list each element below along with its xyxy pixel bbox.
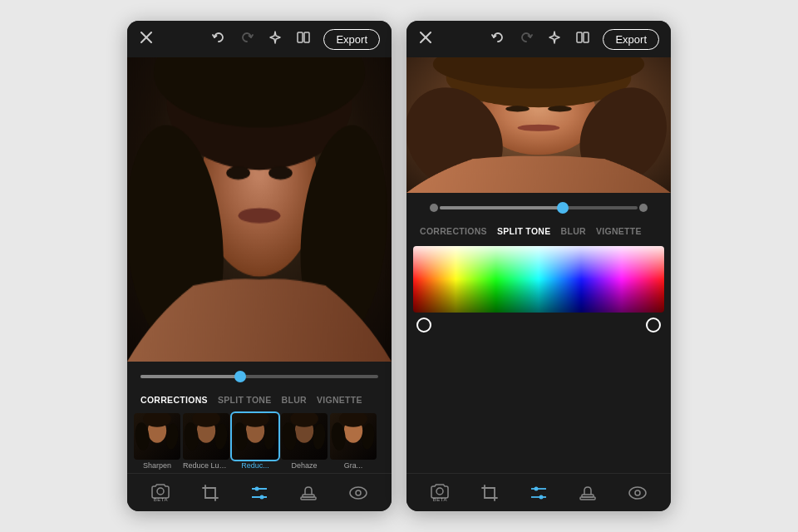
close-button-left[interactable] bbox=[139, 30, 154, 48]
svg-point-19 bbox=[534, 486, 538, 490]
color-picker-controls bbox=[413, 318, 664, 332]
thumb-dehaze[interactable]: Dehaze bbox=[281, 413, 328, 470]
bottom-bar-right: BETA bbox=[406, 473, 671, 511]
slider-container-right bbox=[420, 201, 658, 214]
right-panel: Export CORRECTIONS SPLIT TONE BLUR VIGNE… bbox=[406, 21, 671, 511]
svg-point-8 bbox=[259, 495, 264, 499]
sliders-icon-left[interactable] bbox=[251, 485, 268, 500]
beta-label-left: BETA bbox=[154, 497, 168, 502]
svg-point-11 bbox=[350, 487, 367, 499]
slider-track-right[interactable] bbox=[440, 206, 638, 209]
image-area-right bbox=[406, 57, 671, 193]
left-panel: Export CORRECTIONS SPLIT TONE BLUR VIGNE… bbox=[127, 21, 392, 511]
thumb-sharpen[interactable]: Sharpen bbox=[134, 413, 180, 470]
camera-icon-left[interactable]: BETA bbox=[151, 484, 170, 502]
export-button-left[interactable]: Export bbox=[323, 29, 380, 50]
color-picker-area bbox=[406, 241, 671, 337]
slider-track-left[interactable] bbox=[140, 375, 378, 378]
svg-point-4 bbox=[157, 488, 164, 495]
svg-rect-10 bbox=[301, 497, 316, 500]
tabs-left: CORRECTIONS SPLIT TONE BLUR VIGNETTE bbox=[127, 388, 392, 410]
top-bar-icons-right: Export bbox=[490, 29, 659, 50]
svg-rect-23 bbox=[580, 497, 595, 500]
bottom-bar-left: BETA bbox=[127, 473, 392, 511]
thumbnail-strip-left: Sharpen Reduce Lumi..se Reduc... Dehaze … bbox=[127, 410, 392, 473]
thumb-reduce-lum[interactable]: Reduce Lumi..se bbox=[183, 413, 229, 470]
tab-split-tone-right[interactable]: SPLIT TONE bbox=[492, 224, 556, 238]
spacer-right bbox=[406, 337, 671, 473]
slider-thumb-left[interactable] bbox=[234, 371, 246, 382]
export-button-right[interactable]: Export bbox=[603, 29, 659, 50]
thumb-grain[interactable]: Gra... bbox=[330, 413, 377, 470]
svg-rect-15 bbox=[577, 32, 582, 42]
top-bar-right: Export bbox=[406, 21, 671, 57]
slider-area-left bbox=[127, 362, 392, 388]
svg-point-21 bbox=[539, 495, 543, 499]
stamp-icon-left[interactable] bbox=[300, 485, 317, 501]
color-gradient[interactable] bbox=[413, 246, 664, 313]
tab-vignette-right[interactable]: VIGNETTE bbox=[591, 224, 647, 238]
svg-point-6 bbox=[254, 486, 259, 490]
slider-area-right bbox=[406, 193, 671, 219]
color-circle-right[interactable] bbox=[646, 318, 661, 332]
close-button-right[interactable] bbox=[418, 30, 433, 48]
svg-rect-16 bbox=[584, 32, 589, 42]
undo-button-left[interactable] bbox=[210, 30, 227, 48]
tab-vignette-left[interactable]: VIGNETTE bbox=[312, 393, 367, 406]
eye-icon-left[interactable] bbox=[349, 486, 367, 500]
magic-button-left[interactable] bbox=[267, 29, 283, 49]
thumb-reduce[interactable]: Reduc... bbox=[232, 413, 278, 470]
svg-point-17 bbox=[436, 488, 443, 495]
color-circle-left[interactable] bbox=[416, 318, 431, 332]
svg-point-24 bbox=[629, 487, 646, 499]
undo-button-right[interactable] bbox=[490, 30, 506, 48]
crop-icon-left[interactable] bbox=[202, 485, 219, 501]
eye-icon-right[interactable] bbox=[628, 486, 647, 500]
top-bar-left: Export bbox=[127, 21, 392, 57]
camera-icon-right[interactable]: BETA bbox=[431, 484, 449, 502]
tab-split-tone-left[interactable]: SPLIT TONE bbox=[213, 393, 277, 406]
compare-button-left[interactable] bbox=[295, 29, 312, 49]
portrait-canvas-right bbox=[406, 57, 671, 193]
svg-point-12 bbox=[356, 490, 361, 495]
redo-button-left[interactable] bbox=[239, 30, 255, 48]
tab-blur-left[interactable]: BLUR bbox=[277, 393, 312, 406]
sliders-icon-right[interactable] bbox=[530, 485, 547, 500]
svg-rect-2 bbox=[298, 32, 303, 42]
magic-button-right[interactable] bbox=[546, 29, 563, 49]
stamp-icon-right[interactable] bbox=[579, 485, 596, 501]
svg-point-25 bbox=[635, 490, 640, 495]
tab-corrections-left[interactable]: CORRECTIONS bbox=[135, 393, 213, 406]
top-bar-icons-left: Export bbox=[210, 29, 380, 50]
tab-corrections-right[interactable]: CORRECTIONS bbox=[415, 224, 492, 238]
slider-dot-right bbox=[639, 204, 648, 212]
redo-button-right[interactable] bbox=[518, 30, 534, 48]
tabs-right: CORRECTIONS SPLIT TONE BLUR VIGNETTE bbox=[406, 219, 671, 241]
crop-icon-right[interactable] bbox=[481, 485, 498, 501]
compare-button-right[interactable] bbox=[574, 29, 591, 49]
slider-thumb-right[interactable] bbox=[557, 202, 569, 214]
tab-blur-right[interactable]: BLUR bbox=[556, 224, 591, 238]
image-area-left bbox=[127, 57, 392, 362]
svg-rect-3 bbox=[304, 32, 309, 42]
color-gradient-canvas[interactable] bbox=[413, 246, 664, 313]
portrait-canvas-left bbox=[127, 57, 392, 362]
beta-label-right: BETA bbox=[433, 497, 447, 502]
slider-dot-left bbox=[430, 204, 438, 212]
